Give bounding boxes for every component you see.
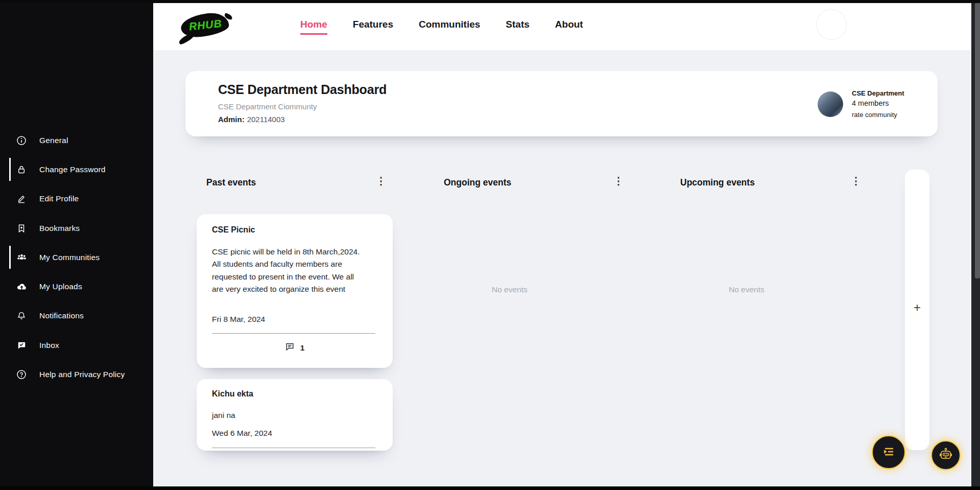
dashboard-header-card: CSE Department Dashboard CSE Department … — [185, 71, 938, 136]
sidebar-item-bookmarks[interactable]: Bookmarks — [0, 214, 153, 243]
scrollbar-thumb[interactable] — [975, 0, 980, 278]
upcoming-events-heading: Upcoming events — [680, 177, 755, 188]
edit-icon — [16, 193, 27, 204]
page-title: CSE Department Dashboard — [218, 82, 387, 97]
sidebar-item-inbox[interactable]: Inbox — [0, 331, 153, 360]
sidebar-item-label: My Communities — [39, 253, 100, 262]
rhub-logo[interactable]: RHUB — [180, 11, 231, 40]
event-comments[interactable]: 1 — [197, 342, 393, 354]
communities-icon — [16, 252, 27, 263]
chatbot-button[interactable] — [931, 440, 961, 470]
add-event-panel: + — [905, 170, 929, 450]
community-meta: CSE Department 4 members rate community — [852, 88, 904, 119]
comment-icon — [285, 342, 295, 354]
sidebar-item-label: Change Password — [39, 165, 106, 174]
event-date: Wed 6 Mar, 2024 — [212, 429, 272, 438]
event-card[interactable]: CSE Picnic CSE picnic will be held in 8t… — [197, 214, 393, 368]
nav-link-about[interactable]: About — [555, 19, 583, 35]
sidebar-item-my-uploads[interactable]: My Uploads — [0, 272, 153, 301]
event-title: Kichu ekta — [212, 389, 253, 399]
indent-list-icon — [880, 444, 897, 461]
sidebar-item-help-privacy[interactable]: Help and Privacy Policy — [0, 360, 153, 389]
inbox-icon — [16, 340, 27, 351]
robot-icon — [938, 447, 953, 464]
ongoing-no-events: No events — [492, 285, 528, 294]
bell-icon — [16, 310, 27, 321]
community-avatar[interactable] — [818, 91, 843, 117]
community-subtitle: CSE Department Ciommunty — [218, 102, 317, 111]
community-name: CSE Department — [852, 89, 904, 97]
sidebar-item-notifications[interactable]: Notifications — [0, 301, 153, 331]
event-date: Fri 8 Mar, 2024 — [212, 315, 265, 324]
divider — [212, 448, 375, 448]
sidebar-nav: General Change Password Edit Profile Boo… — [0, 126, 153, 389]
community-members: 4 members — [852, 99, 904, 107]
upcoming-events-menu-icon[interactable]: ⋮ — [851, 176, 861, 186]
info-icon — [16, 135, 27, 146]
community-info: CSE Department 4 members rate community — [818, 88, 904, 119]
nav-link-home[interactable]: Home — [300, 19, 327, 35]
bookmark-icon — [16, 223, 27, 234]
admin-id: 202114003 — [247, 115, 285, 124]
nav-link-communities[interactable]: Communities — [419, 19, 480, 35]
ongoing-events-heading: Ongoing events — [444, 177, 511, 188]
sidebar-item-my-communities[interactable]: My Communities — [0, 243, 153, 272]
sidebar-item-label: Edit Profile — [39, 194, 79, 203]
event-card[interactable]: Kichu ekta jani na Wed 6 Mar, 2024 — [197, 379, 393, 451]
collapse-panel-button[interactable] — [872, 435, 905, 469]
lock-icon — [16, 164, 27, 175]
vertical-scrollbar[interactable] — [971, 0, 980, 490]
divider — [212, 333, 375, 334]
event-description: jani na — [212, 409, 362, 422]
past-events-heading: Past events — [206, 177, 256, 188]
sidebar-item-label: Inbox — [39, 341, 59, 350]
rate-community-link[interactable]: rate community — [852, 111, 904, 119]
nav-link-features[interactable]: Features — [353, 19, 393, 35]
event-description: CSE picnic will be held in 8th March,202… — [212, 246, 362, 295]
window-bottom-edge — [0, 486, 980, 490]
add-event-button[interactable]: + — [905, 300, 929, 315]
help-icon — [16, 369, 27, 380]
nav-links: Home Features Communities Stats About — [300, 3, 583, 50]
event-title: CSE Picnic — [212, 225, 255, 235]
top-navbar: RHUB Home Features Communities Stats Abo… — [153, 3, 971, 50]
sidebar-item-change-password[interactable]: Change Password — [0, 155, 153, 184]
sidebar-item-general[interactable]: General — [0, 126, 153, 155]
sidebar-item-label: Notifications — [39, 311, 84, 320]
nav-link-stats[interactable]: Stats — [506, 19, 529, 35]
upcoming-no-events: No events — [729, 285, 764, 294]
sidebar: General Change Password Edit Profile Boo… — [0, 0, 153, 490]
sidebar-item-label: Help and Privacy Policy — [39, 370, 125, 379]
window-top-edge — [0, 0, 980, 3]
user-avatar[interactable] — [816, 9, 847, 40]
admin-line: Admin:202114003 — [218, 115, 285, 124]
admin-label: Admin: — [218, 115, 245, 124]
sidebar-item-label: Bookmarks — [39, 224, 80, 233]
upload-icon — [16, 281, 27, 292]
sidebar-item-label: General — [39, 136, 68, 145]
sidebar-item-label: My Uploads — [39, 282, 82, 291]
past-events-menu-icon[interactable]: ⋮ — [376, 176, 386, 186]
sidebar-item-edit-profile[interactable]: Edit Profile — [0, 184, 153, 214]
ongoing-events-menu-icon[interactable]: ⋮ — [613, 176, 624, 186]
comment-count: 1 — [300, 343, 305, 353]
